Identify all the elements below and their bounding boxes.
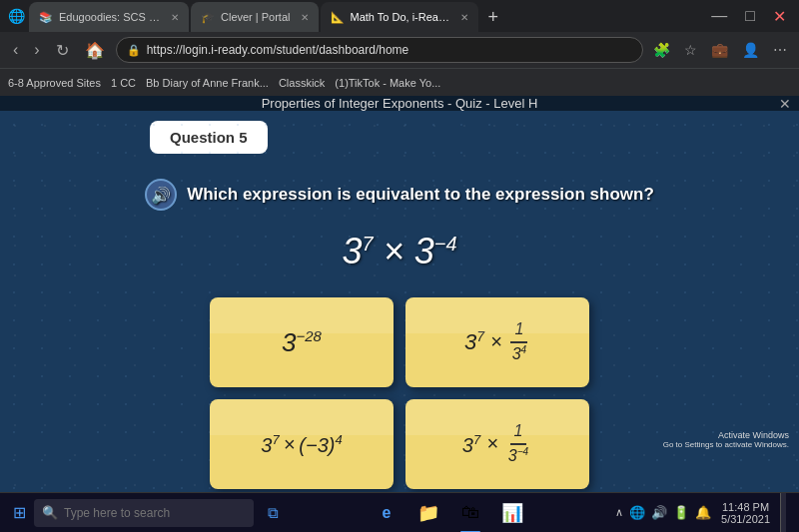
task-view-button[interactable]: ⧉	[254, 493, 292, 533]
quiz-header: Properties of Integer Exponents - Quiz -…	[0, 96, 799, 111]
answer-a[interactable]: 3−28	[210, 297, 394, 387]
edge-icon: e	[383, 504, 392, 522]
answer-c-label: 37 × (−3)4	[261, 432, 342, 457]
taskbar-search[interactable]: 🔍	[34, 499, 254, 527]
taskbar-clock[interactable]: 11:48 PM 5/31/2021	[715, 501, 776, 525]
tab-clever-close[interactable]: ✕	[301, 12, 309, 23]
windows-logo-icon: ⊞	[13, 503, 26, 522]
speaker-symbol: 🔊	[151, 186, 171, 205]
activate-windows-line2: Go to Settings to activate Windows.	[663, 440, 789, 449]
question-number-badge: Question 5	[150, 121, 268, 154]
hidden-icons-button[interactable]: ∧	[615, 506, 623, 519]
notification-icon: 🔔	[695, 505, 711, 520]
answer-d-label: 37 × 1 3−4	[462, 420, 532, 467]
bookmark-2-label: Bb Diary of Anne Frank...	[146, 77, 269, 89]
refresh-button[interactable]: ↻	[51, 39, 74, 62]
bookmark-1[interactable]: 1 CC	[111, 77, 136, 89]
question-number-text: Question 5	[170, 129, 248, 146]
tab-edugoodies-label: Edugoodies: SCS Daily Links - e...	[59, 11, 161, 23]
taskbar-search-icon: 🔍	[42, 505, 58, 520]
tab-iready-label: Math To Do, i-Ready	[351, 11, 450, 23]
systray: ∧ 🌐 🔊 🔋 🔔	[615, 505, 711, 520]
title-bar: 🌐 📚 Edugoodies: SCS Daily Links - e... ✕…	[0, 0, 799, 32]
address-text: https://login.i-ready.com/student/dashbo…	[147, 43, 409, 57]
taskbar-edge-button[interactable]: e	[368, 493, 405, 533]
tab-edugoodies[interactable]: 📚 Edugoodies: SCS Daily Links - e... ✕	[29, 2, 189, 32]
task-view-icon: ⧉	[268, 504, 279, 522]
tab-clever[interactable]: 🎓 Clever | Portal ✕	[191, 2, 319, 32]
answer-b[interactable]: 37 × 1 34	[405, 297, 589, 387]
taskbar-app5-button[interactable]: 📊	[493, 493, 531, 533]
collections-button[interactable]: 💼	[707, 40, 732, 60]
maximize-button[interactable]: □	[740, 5, 760, 28]
taskbar-store-button[interactable]: 🛍	[451, 493, 489, 533]
browser-frame: 🌐 📚 Edugoodies: SCS Daily Links - e... ✕…	[0, 0, 799, 532]
start-button[interactable]: ⊞	[5, 493, 34, 532]
content-area: Properties of Integer Exponents - Quiz -…	[0, 96, 799, 492]
extensions-button[interactable]: 🧩	[649, 40, 674, 60]
answer-d[interactable]: 37 × 1 3−4	[405, 399, 589, 489]
favorites-button[interactable]: ☆	[680, 40, 701, 60]
quiz-close-button[interactable]: ✕	[779, 96, 791, 112]
answer-b-label: 37 × 1 34	[464, 318, 530, 365]
bookmark-3-label: Classkick	[279, 77, 325, 89]
nav-icons: 🧩 ☆ 💼 👤 ⋯	[649, 40, 791, 60]
speaker-icon[interactable]: 🔊	[145, 179, 177, 211]
close-button[interactable]: ✕	[768, 5, 791, 28]
network-icon: 🌐	[629, 505, 645, 520]
bookmark-4-label: (1)TikTok - Make Yo...	[335, 77, 440, 89]
tab-iready[interactable]: 📐 Math To Do, i-Ready ✕	[321, 2, 478, 32]
store-icon: 🛍	[461, 502, 479, 523]
minimize-button[interactable]: —	[706, 5, 732, 28]
bookmark-0[interactable]: 6-8 Approved Sites	[8, 77, 101, 89]
menu-button[interactable]: ⋯	[769, 40, 791, 60]
taskbar-apps: e 📁 🛍 📊	[292, 493, 607, 533]
browser-favicon: 🌐	[8, 8, 25, 24]
lock-icon: 🔒	[127, 44, 141, 57]
quiz-body: Question 5 🔊 Which expression is equival…	[0, 111, 799, 492]
clock-time: 11:48 PM	[722, 501, 769, 513]
bookmark-2[interactable]: Bb Diary of Anne Frank...	[146, 77, 269, 89]
bookmark-4[interactable]: (1)TikTok - Make Yo...	[335, 77, 440, 89]
tab-edugoodies-close[interactable]: ✕	[171, 12, 179, 23]
tab-iready-close[interactable]: ✕	[460, 12, 468, 23]
answer-a-label: 3−28	[282, 327, 322, 358]
quiz-header-title: Properties of Integer Exponents - Quiz -…	[262, 96, 538, 111]
expression-display: 37 × 3−4	[342, 231, 456, 272]
nav-bar: ‹ › ↻ 🏠 🔒 https://login.i-ready.com/stud…	[0, 32, 799, 68]
home-button[interactable]: 🏠	[80, 39, 110, 62]
new-tab-button[interactable]: +	[480, 2, 507, 32]
volume-icon: 🔊	[651, 505, 667, 520]
explorer-icon: 📁	[417, 502, 439, 524]
activate-windows-notice: Activate Windows Go to Settings to activ…	[663, 430, 789, 449]
taskbar-search-input[interactable]	[64, 506, 246, 520]
forward-button[interactable]: ›	[29, 39, 44, 61]
clock-date: 5/31/2021	[721, 513, 770, 525]
answer-c[interactable]: 37 × (−3)4	[210, 399, 394, 489]
bookmarks-bar: 6-8 Approved Sites 1 CC Bb Diary of Anne…	[0, 68, 799, 96]
question-text-row: 🔊 Which expression is equivalent to the …	[145, 179, 654, 211]
answer-grid: 3−28 37 × 1 34	[210, 297, 589, 489]
taskbar-explorer-button[interactable]: 📁	[409, 493, 447, 533]
battery-icon: 🔋	[673, 505, 689, 520]
profile-button[interactable]: 👤	[738, 40, 763, 60]
tab-clever-label: Clever | Portal	[221, 11, 291, 23]
show-desktop-button[interactable]	[780, 493, 786, 533]
activate-windows-line1: Activate Windows	[663, 430, 789, 440]
app5-icon: 📊	[501, 502, 523, 524]
bookmark-0-label: 6-8 Approved Sites	[8, 77, 101, 89]
bookmark-3[interactable]: Classkick	[279, 77, 325, 89]
taskbar: ⊞ 🔍 ⧉ e 📁 🛍 📊	[0, 492, 799, 532]
bookmark-1-label: 1 CC	[111, 77, 136, 89]
address-bar[interactable]: 🔒 https://login.i-ready.com/student/dash…	[116, 37, 643, 63]
back-button[interactable]: ‹	[8, 39, 23, 61]
question-text-label: Which expression is equivalent to the ex…	[187, 185, 654, 205]
taskbar-right: ∧ 🌐 🔊 🔋 🔔 11:48 PM 5/31/2021	[607, 493, 794, 533]
